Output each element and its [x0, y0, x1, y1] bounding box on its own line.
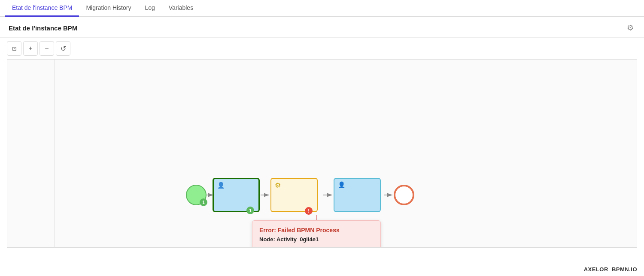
fit-button[interactable]: ⊡ [7, 41, 21, 56]
page-header: Etat de l'instance BPM ⚙ [0, 17, 644, 38]
canvas-divider [55, 60, 55, 247]
tab-bar: Etat de l'instance BPM Migration History… [0, 0, 644, 17]
zoom-in-icon: + [28, 45, 32, 52]
footer: AXELOR BPMN.IO [577, 263, 644, 276]
bpmnio-link[interactable]: BPMN.IO [612, 266, 637, 273]
tab-migration-history[interactable]: Migration History [79, 0, 138, 17]
page-title: Etat de l'instance BPM [9, 24, 77, 32]
fit-icon: ⊡ [12, 45, 17, 52]
error-title: Error: Failed BPMN Process [259, 227, 374, 234]
task1-badge: 1 [246, 207, 254, 214]
task2-box: ⚙ ! [270, 178, 318, 212]
end-event [394, 185, 414, 205]
refresh-icon: ↺ [61, 45, 66, 53]
start-badge: 1 [200, 198, 207, 206]
task2-error-badge: ! [305, 207, 313, 215]
error-node: Node: Activity_0gli4e1 [259, 236, 374, 243]
tab-log[interactable]: Log [138, 0, 161, 17]
task1-icon: 👤 [217, 182, 225, 189]
zoom-in-button[interactable]: + [23, 41, 38, 56]
zoom-out-button[interactable]: − [39, 41, 54, 56]
diagram-toolbar: ⊡ + − ↺ [0, 38, 644, 59]
refresh-button[interactable]: ↺ [56, 41, 70, 56]
start-event: 1 [186, 185, 207, 205]
task1-box: 👤 1 [213, 178, 260, 212]
tab-variables[interactable]: Variables [162, 0, 200, 17]
zoom-out-icon: − [45, 45, 49, 52]
task3-icon: 👤 [338, 181, 345, 188]
error-message: java.lang.IllegalArgumentException: java… [259, 246, 374, 248]
tab-bpm-state[interactable]: Etat de l'instance BPM [5, 0, 79, 17]
task2-icon: ⚙ [275, 181, 281, 189]
task3-box: 👤 [334, 178, 381, 212]
error-popup: Error: Failed BPMN Process Node: Activit… [252, 220, 381, 248]
bpmn-canvas: 1 👤 1 ⚙ ! 👤 Error: Failed BPMN Process N… [7, 59, 637, 248]
arrows-svg [7, 60, 637, 247]
settings-icon[interactable]: ⚙ [625, 23, 635, 33]
axelor-link[interactable]: AXELOR [584, 266, 608, 273]
